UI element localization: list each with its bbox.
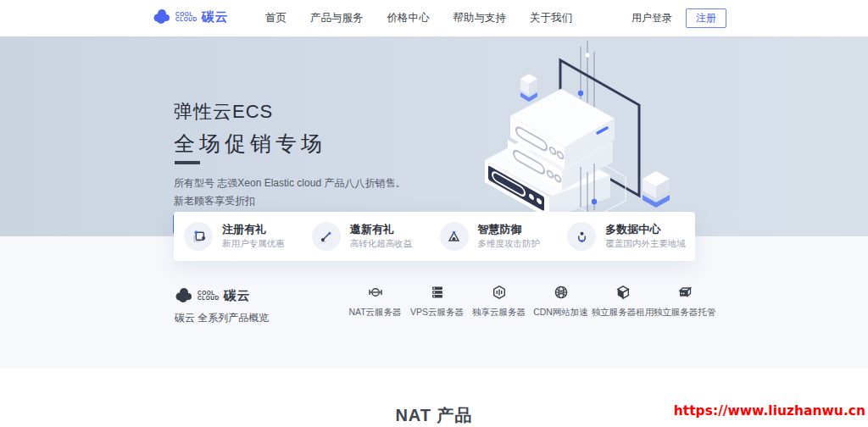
watermark-url: https://www.liuzhanwu.cn	[674, 403, 865, 419]
product-vps-cloud-server[interactable]: VPS云服务器	[406, 284, 468, 319]
product-nat-cloud-server[interactable]: NAT云服务器	[344, 284, 406, 319]
cloud-logo-icon	[175, 287, 195, 304]
hero-description-line2: 新老顾客享受折扣	[174, 194, 255, 208]
product-dedicated-server-rental[interactable]: 独立服务器租用	[592, 284, 654, 319]
feature-register-gift[interactable]: 注册有礼 新用户专属优惠	[184, 222, 312, 251]
product-label: 独立服务器租用	[592, 307, 654, 319]
layers-dots-icon	[184, 222, 213, 251]
product-dedicated-cloud-server[interactable]: 独享云服务器	[468, 284, 530, 319]
logo-brand: 碳云	[224, 288, 251, 304]
nat-network-icon	[367, 284, 384, 301]
products-logo: COOL CLOUD 碳云	[175, 287, 251, 304]
feature-subtitle: 新用户专属优惠	[222, 238, 285, 250]
products-overview-label: 碳云 全系列产品概览	[175, 311, 269, 325]
product-label: VPS云服务器	[410, 307, 464, 319]
logo-brand: 碳云	[202, 9, 229, 25]
site-header: COOL CLOUD 碳云 首页 产品与服务 价格中心 帮助与支持 关于我们 用…	[0, 0, 868, 36]
product-label: NAT云服务器	[348, 307, 401, 319]
products-row: NAT云服务器 VPS云服务器 独享云服务器	[344, 284, 715, 319]
nav-item-home[interactable]: 首页	[265, 11, 287, 25]
dedicated-cloud-icon	[491, 284, 508, 301]
login-link[interactable]: 用户登录	[632, 11, 672, 25]
feature-subtitle: 多维度攻击防护	[478, 238, 541, 250]
floating-cube-right	[643, 171, 670, 208]
feature-smart-defense[interactable]: 智慧防御 多维度攻击防护	[440, 222, 568, 251]
hero-title-line2: 全场促销专场	[174, 130, 326, 158]
location-pin-icon	[567, 222, 596, 251]
product-label: CDN网站加速	[533, 307, 588, 319]
section-heading: NAT 产品	[395, 404, 472, 427]
feature-title: 多数据中心	[605, 223, 686, 236]
product-label: 独享云服务器	[472, 307, 526, 319]
feature-title: 注册有礼	[222, 223, 285, 236]
feature-strip: 注册有礼 新用户专属优惠 邀新有礼 高转化超高收益 智慧防御	[174, 212, 695, 261]
feature-subtitle: 覆盖国内外主要地域	[605, 238, 686, 250]
cloud-logo-icon	[153, 8, 173, 25]
server-stack-icon	[429, 284, 446, 301]
radar-triangle-icon	[440, 222, 469, 251]
feature-title: 邀新有礼	[350, 223, 413, 236]
product-cdn-acceleration[interactable]: CDN网站加速	[530, 284, 592, 319]
nav-item-about[interactable]: 关于我们	[530, 11, 572, 25]
product-label: 独立服务器托管	[654, 307, 716, 319]
isometric-server-illustration	[470, 36, 716, 236]
globe-icon	[553, 284, 570, 301]
account-area: 用户登录 注册	[632, 0, 726, 36]
floating-cube-left	[520, 74, 537, 102]
logo-wordmark: COOL CLOUD	[198, 291, 220, 301]
growth-line-icon	[312, 222, 341, 251]
feature-invite-gift[interactable]: 邀新有礼 高转化超高收益	[312, 222, 440, 251]
feature-subtitle: 高转化超高收益	[350, 238, 413, 250]
hero-divider	[175, 161, 200, 164]
nav-item-support[interactable]: 帮助与支持	[453, 11, 507, 25]
register-button[interactable]: 注册	[686, 8, 726, 28]
hero-title-line1: 弹性云ECS	[174, 99, 273, 125]
nav-item-pricing[interactable]: 价格中心	[387, 11, 430, 25]
feature-multi-datacenter[interactable]: 多数据中心 覆盖国内外主要地域	[567, 222, 695, 251]
main-nav: 首页 产品与服务 价格中心 帮助与支持 关于我们	[265, 0, 572, 36]
nav-item-products[interactable]: 产品与服务	[310, 11, 364, 25]
site-logo[interactable]: COOL CLOUD 碳云	[153, 8, 229, 25]
hero-banner: 弹性云ECS 全场促销专场 所有型号 志强Xeon Elastic cloud …	[0, 36, 868, 236]
logo-wordmark: COOL CLOUD	[175, 12, 198, 22]
product-dedicated-server-hosting[interactable]: 独立服务器托管	[654, 284, 715, 319]
feature-title: 智慧防御	[478, 223, 541, 236]
hero-description-line1: 所有型号 志强Xeon Elastic cloud 产品八八折销售。	[174, 176, 405, 191]
cube-stack-icon	[615, 284, 632, 301]
server-box-icon	[676, 284, 693, 301]
